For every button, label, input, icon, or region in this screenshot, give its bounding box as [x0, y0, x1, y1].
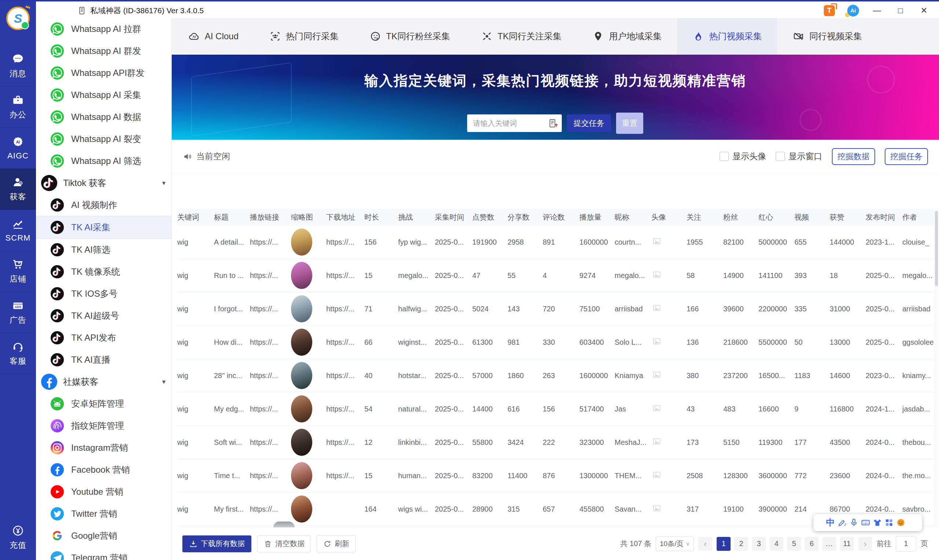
- table-row[interactable]: wig Soft wi... https://... https://... 1…: [177, 426, 934, 459]
- tab[interactable]: TK同行关注采集: [466, 18, 577, 55]
- close-button[interactable]: ✕: [919, 6, 930, 15]
- column-header[interactable]: 头像: [651, 212, 686, 222]
- rail-item[interactable]: 店铺: [0, 251, 36, 292]
- column-header[interactable]: 关键词: [177, 212, 214, 222]
- cell-download-url[interactable]: https://...: [326, 238, 364, 246]
- sidebar-item[interactable]: Whatsapp AI 采集 ▾: [36, 84, 171, 106]
- sidebar-item[interactable]: Tiktok 获客 ▾: [36, 172, 171, 194]
- column-header[interactable]: 视频: [794, 212, 830, 222]
- column-header[interactable]: 分享数: [507, 212, 543, 222]
- table-row[interactable]: wig Run to ... https://... https://... 1…: [177, 259, 934, 292]
- page-button[interactable]: 2: [734, 537, 748, 551]
- sidebar-item[interactable]: Facebook 营销 ▾: [36, 459, 171, 481]
- table-row[interactable]: wig My edg... https://... https://... 54…: [177, 392, 934, 426]
- cell-play-link[interactable]: https://...: [250, 505, 291, 514]
- page-button[interactable]: 11: [840, 537, 854, 551]
- cell-thumbnail[interactable]: [291, 262, 326, 289]
- table-row[interactable]: wig How di... https://... https://... 66…: [177, 326, 934, 359]
- cell-download-url[interactable]: https://...: [326, 472, 364, 480]
- handwriting-icon[interactable]: [837, 517, 847, 528]
- video-thumbnail[interactable]: [291, 462, 312, 489]
- sidebar-item[interactable]: Youtube 营销 ▾: [36, 481, 171, 503]
- table-row[interactable]: wig I forgot... https://... https://... …: [177, 292, 934, 326]
- column-header[interactable]: 挑战: [398, 212, 435, 222]
- submit-doc-icon[interactable]: [548, 118, 559, 129]
- tab[interactable]: 用户地域采集: [577, 18, 677, 55]
- column-header[interactable]: 获赞: [830, 212, 866, 222]
- column-header[interactable]: 关注: [686, 212, 723, 222]
- page-button[interactable]: 6: [805, 537, 819, 551]
- cell-thumbnail[interactable]: [291, 395, 326, 423]
- cell-thumbnail[interactable]: [291, 329, 326, 356]
- rail-item[interactable]: SCRM: [0, 210, 36, 251]
- page-button[interactable]: 1: [717, 537, 731, 551]
- rail-item[interactable]: 办公: [0, 86, 36, 128]
- column-header[interactable]: 播放链接: [250, 212, 291, 222]
- cell-download-url[interactable]: https://...: [326, 305, 364, 313]
- microphone-icon[interactable]: [849, 517, 859, 528]
- sidebar-item[interactable]: Whatsapp AI 拉群 ▾: [36, 18, 171, 40]
- show-avatar-checkbox[interactable]: 显示头像: [720, 151, 766, 162]
- reset-button[interactable]: 重置: [616, 112, 643, 134]
- checkbox-icon[interactable]: [776, 152, 785, 161]
- video-thumbnail[interactable]: [291, 362, 312, 389]
- cell-thumbnail[interactable]: [291, 495, 326, 523]
- cell-thumbnail[interactable]: [291, 362, 326, 389]
- column-header[interactable]: 作者: [902, 212, 934, 222]
- sidebar-item[interactable]: TK API发布 ▾: [36, 327, 171, 349]
- cell-play-link[interactable]: https://...: [250, 238, 291, 246]
- cell-play-link[interactable]: https://...: [250, 472, 291, 480]
- rail-item[interactable]: 广告: [0, 292, 36, 333]
- keyboard-icon[interactable]: [860, 517, 871, 528]
- column-header[interactable]: 粉丝: [723, 212, 759, 222]
- sidebar-item[interactable]: 指纹矩阵管理 ▾: [36, 415, 171, 437]
- video-thumbnail[interactable]: [291, 429, 312, 456]
- video-thumbnail[interactable]: [291, 329, 312, 356]
- sidebar-item[interactable]: Telegram 营销 ▾: [36, 547, 171, 560]
- mine-task-button[interactable]: 挖掘任务: [885, 148, 928, 165]
- column-header[interactable]: 标题: [214, 212, 250, 222]
- maximize-button[interactable]: □: [895, 6, 906, 15]
- rail-item[interactable]: 获客: [0, 169, 36, 210]
- cell-download-url[interactable]: https://...: [326, 271, 364, 280]
- cell-thumbnail[interactable]: [291, 462, 326, 489]
- keyword-input[interactable]: [472, 119, 543, 128]
- tab[interactable]: TK同行粉丝采集: [354, 18, 466, 55]
- cell-play-link[interactable]: https://...: [250, 271, 291, 280]
- tab[interactable]: AI Cloud: [173, 18, 254, 55]
- cell-play-link[interactable]: https://...: [250, 405, 291, 413]
- checkbox-icon[interactable]: [720, 152, 729, 161]
- column-header[interactable]: 昵称: [615, 212, 651, 222]
- column-header[interactable]: 时长: [364, 212, 398, 222]
- sidebar-item[interactable]: TK AI直播 ▾: [36, 349, 171, 371]
- skin-icon[interactable]: [872, 517, 882, 528]
- scrollbar-thumb[interactable]: [935, 211, 938, 286]
- submit-task-button[interactable]: 提交任务: [567, 114, 611, 132]
- sidebar-item[interactable]: Whatsapp AI 数据 ▾: [36, 106, 171, 128]
- tab[interactable]: 热门同行采集: [254, 18, 354, 55]
- sidebar-item[interactable]: Whatsapp AI 裂变 ▾: [36, 128, 171, 150]
- clear-data-button[interactable]: 清空数据: [257, 535, 311, 552]
- chinese-mode-icon[interactable]: 中: [826, 517, 835, 528]
- sidebar-item[interactable]: TK AI超级号 ▾: [36, 305, 171, 327]
- video-thumbnail[interactable]: [291, 295, 312, 322]
- column-header[interactable]: 缩略图: [291, 212, 326, 222]
- rail-item-recharge[interactable]: 充值: [0, 517, 36, 558]
- show-window-checkbox[interactable]: 显示窗口: [776, 151, 822, 162]
- translate-tool-icon[interactable]: [824, 5, 835, 16]
- prev-page-button[interactable]: ‹: [698, 537, 712, 551]
- rail-item[interactable]: 消息: [0, 46, 36, 86]
- column-header[interactable]: 下载地址: [326, 212, 364, 222]
- column-header[interactable]: 红心: [759, 212, 794, 222]
- cell-play-link[interactable]: https://...: [250, 338, 291, 346]
- tab[interactable]: 同行视频采集: [777, 18, 877, 55]
- sidebar-item[interactable]: Google营销 ▾: [36, 525, 171, 547]
- table-row[interactable]: wig Time t... https://... https://... 15…: [177, 459, 934, 492]
- tab[interactable]: 热门视频采集: [677, 18, 777, 55]
- sidebar-item[interactable]: Instagram营销 ▾: [36, 437, 171, 459]
- cell-play-link[interactable]: https://...: [250, 305, 291, 313]
- sidebar-item[interactable]: 社媒获客 ▾: [36, 371, 171, 393]
- video-thumbnail[interactable]: [291, 395, 312, 423]
- sidebar-item[interactable]: TK 镜像系统 ▾: [36, 261, 171, 283]
- sidebar-item[interactable]: TK IOS多号 ▾: [36, 283, 171, 305]
